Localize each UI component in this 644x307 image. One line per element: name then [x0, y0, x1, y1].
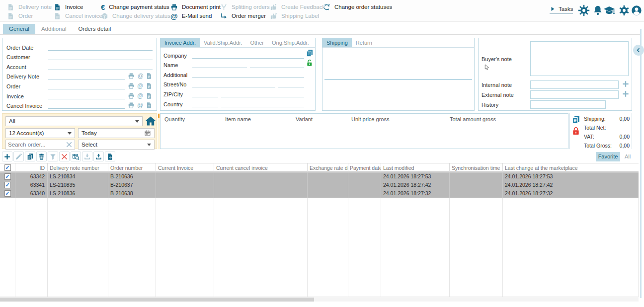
col-last-modified[interactable]: Last modified [381, 163, 449, 172]
locked-icon[interactable] [571, 126, 581, 136]
email-at-icon[interactable]: @ [137, 73, 144, 79]
clear-search-icon[interactable] [66, 141, 73, 148]
table-row[interactable]: 63342 LS-210834 B-210636 24.01.2026 18:2… [0, 172, 639, 181]
change-order-statuses-button[interactable]: Change order statuses [323, 3, 392, 11]
row-checkbox[interactable] [4, 173, 11, 180]
documents-icon[interactable] [571, 115, 580, 124]
change-payment-status-button[interactable]: € Change payment status [101, 3, 169, 11]
col-delivery-note-number[interactable]: Delivery note number [47, 163, 108, 172]
add-external-note-icon[interactable] [622, 90, 630, 98]
user-avatar-icon[interactable] [631, 5, 642, 16]
marketplace-select[interactable]: All [5, 116, 143, 126]
accounts-select[interactable]: 12 Account(s) [5, 128, 75, 138]
document-number-icon[interactable] [146, 92, 153, 99]
tab-other-address[interactable]: Other [246, 38, 268, 47]
vertical-scrollbar[interactable] [640, 29, 642, 298]
col-exchange-rate-date[interactable]: Exchange rate date [307, 163, 348, 172]
tab-orders-detail[interactable]: Orders detail [72, 24, 117, 34]
splitting-orders-button[interactable]: Splitting orders [220, 3, 270, 11]
search-input[interactable] [8, 142, 66, 148]
tab-invoice-address[interactable]: Invoice Addr. [161, 38, 200, 47]
shipping-label-button[interactable]: Shipping Label [270, 12, 319, 20]
printer-icon[interactable] [128, 92, 135, 99]
row-checkbox[interactable] [4, 182, 11, 188]
invoice-button[interactable]: Invoice [54, 3, 83, 11]
copy-address-icon[interactable] [306, 49, 314, 57]
order-merger-button[interactable]: Order merger [220, 12, 266, 20]
add-internal-note-icon[interactable] [622, 80, 630, 88]
table-search-button[interactable] [71, 152, 81, 161]
date-filter[interactable]: Today [78, 128, 155, 138]
unlocked-icon[interactable] [306, 59, 314, 67]
document-print-button[interactable]: Document print [170, 3, 221, 11]
change-delivery-status-button[interactable]: Change delivery status [101, 12, 170, 20]
tab-favorite[interactable]: Favorite [596, 152, 620, 161]
home-icon[interactable] [145, 115, 157, 127]
tab-shipping[interactable]: Shipping [322, 38, 352, 47]
col-current-cancel-invoice[interactable]: Current cancel invoice [214, 163, 307, 172]
document-number-icon[interactable] [146, 82, 153, 89]
notifications-bell-icon[interactable] [592, 5, 603, 16]
last-name-field[interactable] [250, 62, 305, 68]
tab-return[interactable]: Return [352, 38, 376, 47]
tab-general[interactable]: General [3, 24, 35, 34]
cancel-invoice-button[interactable]: Cancel invoice [54, 12, 102, 20]
select-all-checkbox[interactable] [4, 164, 11, 171]
invoice-field[interactable] [48, 93, 125, 99]
cancel-button[interactable] [59, 152, 70, 161]
academy-cap-icon[interactable] [603, 4, 615, 16]
printer-icon[interactable] [128, 82, 135, 89]
street-field[interactable] [192, 81, 275, 87]
settings-gear-icon[interactable] [619, 5, 630, 16]
order-date-field[interactable] [48, 44, 153, 51]
internal-note-field[interactable] [530, 80, 619, 89]
email-at-icon[interactable]: @ [137, 82, 144, 89]
filter-button[interactable] [48, 152, 58, 161]
city-field[interactable] [221, 91, 304, 97]
status-select[interactable]: Select [78, 140, 155, 150]
horizontal-scrollbar-thumb[interactable] [0, 298, 314, 302]
import-button[interactable] [82, 152, 92, 161]
printer-icon[interactable] [128, 102, 135, 109]
col-current-invoice[interactable]: Current Invoice [156, 163, 214, 172]
delete-button[interactable] [36, 152, 47, 161]
country-name-field[interactable] [221, 101, 304, 107]
email-send-button[interactable]: @ E-Mail send [170, 12, 212, 20]
document-number-icon[interactable] [146, 73, 153, 79]
tab-valid-ship-address[interactable]: Valid.Ship.Addr. [200, 38, 246, 47]
zip-field[interactable] [192, 91, 218, 97]
report-button[interactable] [105, 152, 115, 161]
tasks-button[interactable]: Tasks [550, 6, 573, 14]
row-checkbox[interactable] [4, 190, 11, 197]
country-code-field[interactable] [192, 101, 218, 107]
order-field[interactable] [48, 83, 125, 89]
history-field[interactable] [530, 100, 606, 109]
order-button[interactable]: Order [7, 12, 33, 20]
create-feedback-button[interactable]: Create Feedback [270, 3, 325, 11]
company-field[interactable] [192, 52, 304, 59]
delivery-note-field[interactable] [48, 73, 125, 79]
copy-button[interactable] [25, 152, 35, 161]
house-number-field[interactable] [278, 81, 304, 87]
add-button[interactable] [2, 152, 12, 161]
tab-all[interactable]: All [621, 152, 634, 161]
col-order-number[interactable]: Order number [108, 163, 156, 172]
printer-icon[interactable] [128, 73, 135, 79]
col-id[interactable]: ID [15, 163, 47, 172]
col-payment-date[interactable]: Payment date [348, 163, 381, 172]
cancel-invoice-field[interactable] [48, 102, 125, 109]
email-at-icon[interactable]: @ [137, 102, 144, 109]
tab-additional[interactable]: Additional [35, 24, 73, 34]
table-row[interactable]: 63341 LS-210835 B-210637 24.01.2026 18:2… [0, 181, 639, 189]
delivery-note-button[interactable]: Delivery note [7, 3, 52, 11]
tab-orig-ship-address[interactable]: Orig.Ship.Addr. [268, 38, 313, 47]
edit-button[interactable] [13, 152, 24, 161]
document-number-icon[interactable] [146, 102, 153, 109]
col-last-change-marketplace[interactable]: Last change at the marketplace [502, 163, 639, 172]
export-button[interactable] [93, 152, 104, 161]
additional-field[interactable] [192, 72, 304, 78]
email-at-icon[interactable]: @ [137, 92, 144, 99]
external-note-field[interactable] [530, 90, 619, 99]
customer-field[interactable] [48, 54, 153, 60]
table-row[interactable]: 63340 LS-210836 B-210638 24.01.2026 18:2… [0, 189, 639, 198]
